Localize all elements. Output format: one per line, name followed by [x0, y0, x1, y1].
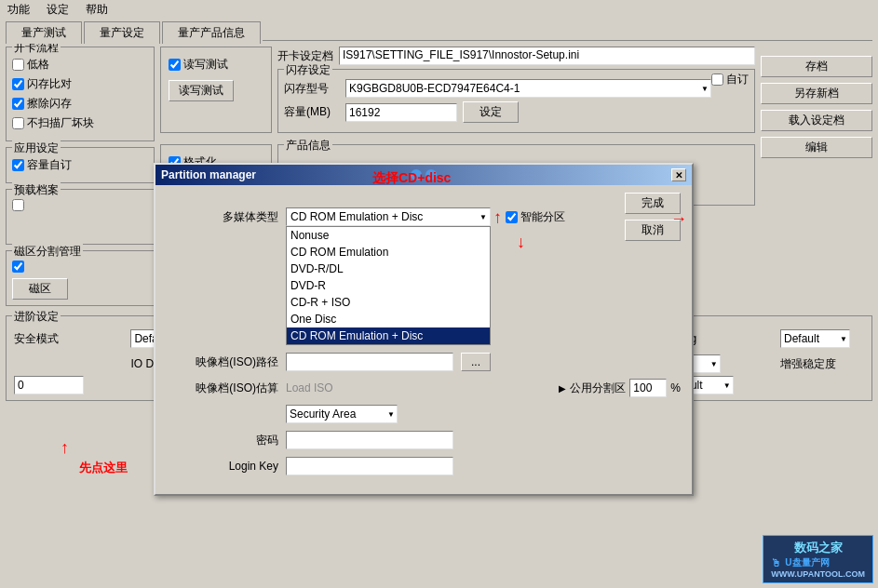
dialog-body: 多媒体类型 CD ROM Emulation + Disc Nonuse CD …	[155, 185, 692, 494]
option-cd-rom-emulation-disc[interactable]: CD ROM Emulation + Disc	[287, 327, 490, 344]
login-key-label: Login Key	[167, 460, 278, 473]
main-window: 功能 设定 帮助 量产测试 量产设定 量产产品信息 开卡流程 低格 闪存	[0, 0, 878, 588]
password-label: 密码	[167, 433, 278, 448]
cancel-button[interactable]: 取消	[625, 220, 681, 241]
smart-partition-check[interactable]: 智能分区	[506, 209, 565, 225]
login-key-input[interactable]	[286, 457, 453, 475]
iso-path-label: 映像档(ISO)路径	[167, 354, 278, 370]
media-type-row: 多媒体类型 CD ROM Emulation + Disc Nonuse CD …	[167, 193, 681, 241]
option-cd-rom[interactable]: CD ROM Emulation	[287, 244, 490, 261]
dialog-titlebar: Partition manager ✕	[155, 165, 692, 185]
iso-estimate-label: 映像档(ISO)估算	[167, 381, 278, 396]
arrow-right-icon: ▶	[559, 383, 566, 394]
smart-partition-checkbox[interactable]	[506, 211, 518, 223]
done-button[interactable]: 完成	[625, 193, 681, 214]
option-cd-r-iso[interactable]: CD-R + ISO	[287, 294, 490, 311]
option-nonuse[interactable]: Nonuse	[287, 227, 490, 244]
media-type-label: 多媒体类型	[167, 209, 278, 225]
option-dvd-r-dl[interactable]: DVD-R/DL	[287, 261, 490, 277]
security-area-row: Security Area	[167, 405, 681, 423]
password-input[interactable]	[286, 431, 453, 449]
option-one-disc[interactable]: One Disc	[287, 311, 490, 327]
option-dvd-r[interactable]: DVD-R	[287, 277, 490, 294]
password-row: 密码	[167, 431, 681, 449]
media-type-dropdown-wrapper: CD ROM Emulation + Disc Nonuse CD ROM Em…	[286, 207, 491, 226]
media-type-select[interactable]: CD ROM Emulation + Disc	[286, 207, 491, 226]
dialog-overlay: Partition manager ✕ 多媒体类型 CD ROM Emulati…	[0, 0, 878, 588]
iso-estimate-row: 映像档(ISO)估算 Load ISO ▶ 公用分割区 %	[167, 379, 681, 397]
security-area-select[interactable]: Security Area	[286, 405, 398, 423]
load-iso-placeholder: Load ISO	[286, 381, 333, 394]
percent-label: %	[670, 381, 681, 394]
public-partition-label: 公用分割区	[570, 381, 626, 396]
iso-path-input[interactable]	[286, 353, 453, 371]
partition-manager-dialog: Partition manager ✕ 多媒体类型 CD ROM Emulati…	[154, 163, 694, 496]
public-partition-input[interactable]	[629, 379, 667, 397]
media-type-dropdown-list: Nonuse CD ROM Emulation DVD-R/DL DVD-R C…	[286, 226, 491, 345]
ellipsis-button[interactable]: ...	[461, 353, 491, 371]
login-key-row: Login Key	[167, 457, 681, 475]
iso-path-row: 映像档(ISO)路径 ...	[167, 353, 681, 371]
dialog-close-button[interactable]: ✕	[671, 168, 686, 181]
dialog-title: Partition manager	[161, 168, 256, 181]
